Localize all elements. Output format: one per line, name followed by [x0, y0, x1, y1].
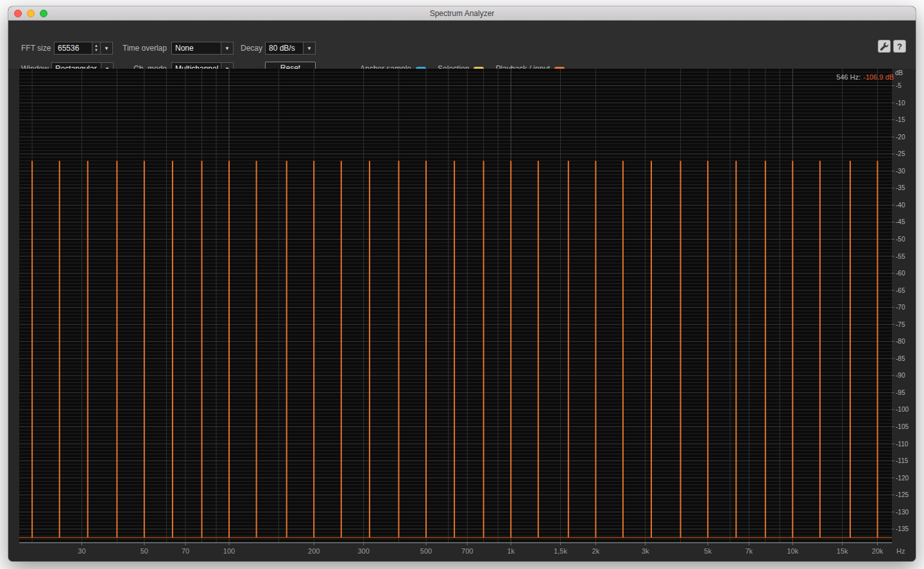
fft-size-dropdown-button[interactable]: ▼: [101, 42, 113, 55]
svg-text:-40: -40: [896, 202, 905, 209]
readout-level: -106.9 dB: [863, 73, 894, 81]
chevron-down-icon: ▼: [307, 46, 312, 51]
svg-text:-30: -30: [896, 168, 905, 175]
stepper-up-icon: ▲: [94, 44, 98, 48]
spectrum-plot[interactable]: 3050701002003005007001k1,5k2k3k5k7k10k15…: [8, 69, 916, 561]
svg-text:3k: 3k: [642, 547, 649, 555]
svg-text:-45: -45: [896, 218, 905, 225]
time-overlap-select[interactable]: None: [171, 42, 221, 55]
svg-text:50: 50: [141, 547, 148, 555]
svg-text:10k: 10k: [787, 547, 798, 555]
settings-button[interactable]: [878, 40, 891, 53]
svg-text:-130: -130: [896, 509, 909, 516]
svg-text:500: 500: [420, 547, 432, 555]
decay-label: Decay: [241, 42, 262, 55]
svg-text:30: 30: [78, 547, 85, 555]
cursor-readout: 546 Hz:-106.9 dB: [836, 73, 894, 81]
svg-text:70: 70: [182, 547, 189, 555]
decay-select[interactable]: 80 dB/s: [265, 42, 304, 55]
chevron-down-icon: ▼: [104, 46, 109, 51]
svg-text:-85: -85: [896, 355, 905, 362]
svg-text:300: 300: [357, 547, 369, 555]
fft-size-stepper[interactable]: ▲▼: [92, 42, 101, 55]
spectrum-analyzer-window: Spectrum Analyzer FFT size 65536 ▲▼ ▼ Ti…: [8, 6, 916, 561]
svg-text:-125: -125: [896, 491, 909, 498]
help-button[interactable]: ?: [893, 40, 906, 53]
svg-text:-80: -80: [896, 338, 905, 345]
time-overlap-label: Time overlap: [123, 42, 167, 55]
svg-text:-10: -10: [896, 100, 905, 107]
svg-text:700: 700: [461, 547, 473, 555]
svg-text:-15: -15: [896, 116, 905, 123]
decay-dropdown-button[interactable]: ▼: [304, 42, 316, 55]
svg-text:-90: -90: [896, 372, 905, 379]
fft-size-label: FFT size: [21, 42, 51, 55]
time-overlap-dropdown-button[interactable]: ▼: [221, 42, 234, 55]
question-mark-icon: ?: [897, 42, 902, 51]
svg-text:-95: -95: [896, 389, 905, 396]
svg-text:-35: -35: [896, 184, 905, 191]
stepper-down-icon: ▼: [94, 48, 98, 53]
svg-text:20k: 20k: [872, 547, 884, 555]
chevron-down-icon: ▼: [225, 46, 230, 51]
svg-text:200: 200: [308, 547, 320, 555]
svg-text:-135: -135: [896, 525, 909, 532]
svg-text:-60: -60: [896, 270, 905, 277]
spectrum-display: 3050701002003005007001k1,5k2k3k5k7k10k15…: [8, 69, 916, 561]
svg-text:-70: -70: [896, 304, 905, 311]
svg-text:-120: -120: [896, 475, 909, 482]
title-bar[interactable]: Spectrum Analyzer: [8, 6, 916, 21]
fft-size-input[interactable]: 65536: [54, 42, 92, 55]
svg-text:-115: -115: [896, 457, 909, 464]
window-title: Spectrum Analyzer: [8, 6, 916, 21]
svg-text:2k: 2k: [592, 547, 600, 555]
svg-text:7k: 7k: [745, 547, 753, 555]
svg-text:5k: 5k: [704, 547, 712, 555]
wrench-icon: [880, 42, 889, 51]
readout-frequency: 546 Hz:: [836, 73, 860, 81]
svg-text:-65: -65: [896, 287, 905, 294]
svg-text:-55: -55: [896, 253, 905, 260]
svg-text:-100: -100: [896, 406, 909, 413]
svg-text:-110: -110: [896, 441, 909, 448]
toolbar: FFT size 65536 ▲▼ ▼ Time overlap None ▼ …: [8, 21, 916, 69]
svg-text:1k: 1k: [507, 547, 515, 555]
svg-text:15k: 15k: [837, 547, 848, 555]
svg-text:-105: -105: [896, 423, 909, 430]
svg-text:-25: -25: [896, 150, 905, 157]
svg-text:Hz: Hz: [896, 547, 905, 555]
svg-text:100: 100: [223, 547, 235, 555]
svg-text:-5: -5: [896, 82, 902, 89]
svg-text:dB: dB: [895, 69, 903, 76]
svg-text:-20: -20: [896, 134, 905, 141]
svg-text:-50: -50: [896, 236, 905, 243]
svg-text:-75: -75: [896, 321, 905, 328]
svg-text:1,5k: 1,5k: [554, 547, 567, 555]
